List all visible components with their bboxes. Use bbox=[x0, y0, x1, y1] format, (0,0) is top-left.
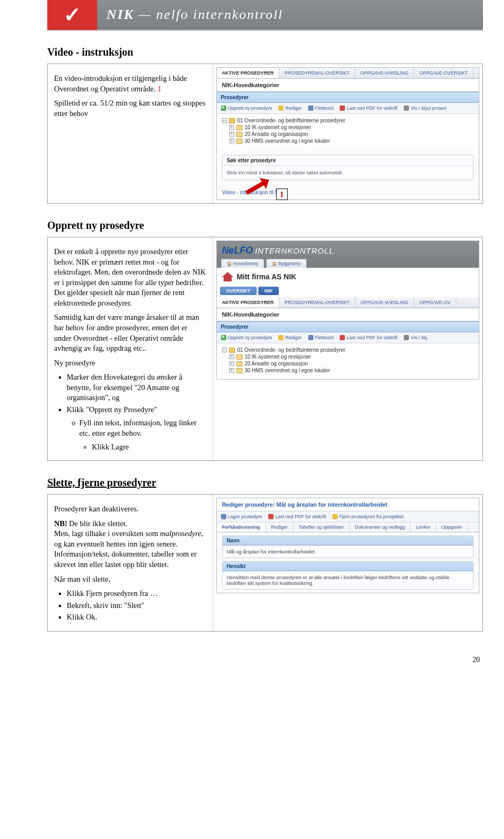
firma-name: Mitt firma AS NIK bbox=[237, 272, 297, 281]
tree-node-30[interactable]: +30 HMS overordnet og i egne lokaler bbox=[222, 138, 474, 144]
nelfo-text: NeLFO bbox=[222, 245, 253, 256]
section3-screenshot: Rediger prosedyre: Mål og årsplan for in… bbox=[213, 495, 482, 631]
panel-navn: Navn Mål og årsplan for internkontrollar… bbox=[222, 536, 474, 558]
app2-pill-tabs: OVERSIKT NIK bbox=[217, 285, 479, 297]
brand-nik: NIK bbox=[107, 7, 134, 22]
tab-oppgave-ov[interactable]: OPPGAVE-OV bbox=[414, 297, 456, 308]
tree-root[interactable]: –01 Overordnede- og bedriftsinterne pros… bbox=[222, 117, 474, 124]
edit-icon bbox=[278, 335, 284, 340]
app3-tabs: Forhåndsvisning Rediger Tabeller og sjek… bbox=[217, 522, 479, 532]
brand-text: NIK — nelfo internkontroll bbox=[97, 7, 283, 23]
edit-icon bbox=[278, 106, 284, 111]
tab-lenker[interactable]: Lenker bbox=[411, 522, 436, 532]
tree-node-20[interactable]: +20 Ansatte og organisasjon bbox=[222, 131, 474, 138]
expand-icon[interactable]: + bbox=[229, 361, 234, 366]
section1-text: En video-introduksjon er tilgjengelig i … bbox=[48, 64, 213, 203]
tree-node-10[interactable]: +10 IK-systemet og revisjoner bbox=[222, 124, 474, 131]
tab-oppgaver[interactable]: Oppgaver bbox=[436, 522, 468, 532]
app2-toolbar: Opprett ny prosedyre Rediger Fletteord L… bbox=[217, 332, 479, 343]
brand-subtitle: nelfo internkontroll bbox=[156, 7, 283, 22]
expand-icon[interactable]: + bbox=[229, 125, 234, 130]
tab-prosedyremal[interactable]: PROSEDYREMAL-OVERSIKT bbox=[279, 68, 355, 78]
section2-screenshot: NeLFO INTERNKONTROLL Hovedmeny Byggmeny … bbox=[213, 237, 482, 460]
btn-rediger[interactable]: Rediger bbox=[278, 335, 302, 340]
app1-tabs: AKTIVE PROSEDYRER PROSEDYREMAL-OVERSIKT … bbox=[217, 68, 479, 79]
tab-oppgave-oversikt[interactable]: OPPGAVE-OVERSIKT bbox=[414, 68, 474, 78]
tab-aktive-prosedyrer[interactable]: AKTIVE PROSEDYRER bbox=[217, 68, 280, 78]
panel-hensikt: Hensikt Hensikten med denne prosedyren e… bbox=[222, 561, 474, 590]
tab-prosedyremal[interactable]: PROSEDYREMAL-OVERSIKT bbox=[279, 297, 355, 308]
btn-vis-skjul[interactable]: Vis / skjul prosed bbox=[404, 106, 446, 111]
merge-icon bbox=[308, 335, 313, 340]
btn-pdf[interactable]: Last ned PDF for utskrift bbox=[340, 106, 397, 111]
expand-icon[interactable]: – bbox=[222, 118, 227, 123]
pill-oversikt[interactable]: OVERSIKT bbox=[220, 287, 257, 295]
section3-p1: Prosedyrer kan deaktiveres. bbox=[54, 504, 206, 515]
tab-aktive-prosedyrer[interactable]: AKTIVE PROSEDYRER bbox=[217, 297, 280, 308]
pill-nik[interactable]: NIK bbox=[258, 287, 279, 295]
section2-box: Det er enkelt å opprette nye prosedyrer … bbox=[47, 237, 483, 461]
panel-navn-body: Mål og årsplan for internkontrollarbeide… bbox=[223, 546, 473, 558]
malprosedyre-term: malprosedyre bbox=[160, 529, 202, 538]
section2-li1: Marker den Hovekategori du ønsker å beny… bbox=[67, 372, 206, 403]
tab-dokumenter[interactable]: Dokumenter og vedlegg bbox=[350, 522, 411, 532]
tab-forhandsvisning[interactable]: Forhåndsvisning bbox=[217, 522, 266, 532]
tree-node-30[interactable]: +30 HMS overordnet og i egne lokaler bbox=[222, 367, 474, 374]
section2-li2: Klikk "Opprett ny Prosedyre" Fyll inn te… bbox=[67, 405, 206, 452]
app3-title: Rediger prosedyre: Mål og årsplan for in… bbox=[217, 498, 479, 511]
app2-panel-prosedyrer: Prosedyrer bbox=[217, 321, 479, 332]
btn-new-prosedyre[interactable]: Opprett ny prosedyre bbox=[221, 106, 272, 111]
search-title: Søk etter prosedyre bbox=[223, 155, 473, 166]
section2-p3: Ny prosedyre bbox=[54, 358, 206, 369]
expand-icon[interactable]: + bbox=[229, 132, 234, 137]
folder-icon bbox=[236, 139, 243, 144]
tab-oppgave-varsling[interactable]: OPPGAVE-VARSLING bbox=[355, 297, 414, 308]
nelfo-logo: NeLFO INTERNKONTROLL bbox=[217, 243, 479, 257]
expand-icon[interactable]: + bbox=[229, 354, 234, 359]
tab-rediger[interactable]: Rediger bbox=[266, 522, 293, 532]
expand-icon[interactable]: + bbox=[229, 139, 234, 143]
expand-icon[interactable]: – bbox=[222, 348, 227, 352]
panel-hensikt-header: Hensikt bbox=[223, 562, 473, 571]
section2-p1: Det er enkelt å opprette nye prosedyrer … bbox=[54, 247, 206, 308]
section3-list: Klikk Fjern prosedyren fra … Bekreft, sk… bbox=[54, 589, 206, 623]
tree-root[interactable]: –01 Overordnede- og bedriftsinterne pros… bbox=[222, 347, 474, 353]
section1-box: En video-introduksjon er tilgjengelig i … bbox=[47, 64, 483, 204]
add-icon bbox=[221, 335, 226, 340]
section2-li2b: Klikk Lagre bbox=[92, 442, 206, 453]
btn-fjern[interactable]: Fjern prosedyren fra prosjektet bbox=[332, 514, 404, 519]
app2-header: NeLFO INTERNKONTROLL Hovedmeny Byggmeny bbox=[217, 241, 479, 268]
btn-fletteord[interactable]: Fletteord bbox=[308, 335, 334, 340]
btn-pdf[interactable]: Last ned PDF for utskrift bbox=[268, 514, 326, 519]
tree-node-20[interactable]: +20 Ansatte og organisasjon bbox=[222, 360, 474, 367]
eye-icon bbox=[404, 106, 409, 111]
tree-node-10[interactable]: +10 IK-systemet og revisjoner bbox=[222, 353, 474, 360]
remove-icon bbox=[332, 514, 338, 519]
pdf-icon bbox=[268, 514, 274, 519]
pdf-icon bbox=[340, 106, 345, 111]
btn-new-prosedyre[interactable]: Opprett ny prosedyre bbox=[221, 335, 272, 340]
firma-header: Mitt firma AS NIK bbox=[217, 268, 479, 285]
section1-screenshot: AKTIVE PROSEDYRER PROSEDYREMAL-OVERSIKT … bbox=[213, 64, 482, 203]
house-icon bbox=[222, 272, 234, 281]
btn-pdf[interactable]: Last ned PDF for utskrift bbox=[340, 335, 397, 340]
app2-menu: Hovedmeny Byggmeny bbox=[217, 257, 479, 268]
btn-fletteord[interactable]: Fletteord bbox=[308, 106, 334, 111]
callout-1: 1 bbox=[276, 188, 288, 200]
folder-icon bbox=[236, 368, 243, 373]
expand-icon[interactable]: + bbox=[229, 368, 234, 373]
menu-byggmeny[interactable]: Byggmeny bbox=[266, 259, 307, 268]
app3-toolbar: Lagre prosedyre Last ned PDF for utskrif… bbox=[217, 511, 479, 522]
app-mini-2: NeLFO INTERNKONTROLL Hovedmeny Byggmeny … bbox=[216, 240, 479, 380]
btn-rediger[interactable]: Rediger bbox=[278, 106, 302, 111]
section2-li2a: Fyll inn tekst, informasjon, legg linker… bbox=[79, 418, 206, 452]
folder-icon bbox=[236, 132, 243, 137]
tab-tabeller[interactable]: Tabeller og sjekklister bbox=[293, 522, 350, 532]
btn-vis-skjul[interactable]: Vis / skj. bbox=[404, 335, 428, 340]
folder-icon bbox=[236, 361, 243, 366]
btn-lagre[interactable]: Lagre prosedyre bbox=[221, 514, 262, 519]
merge-icon bbox=[308, 106, 313, 111]
tab-oppgave-varsling[interactable]: OPPGAVE-VARSLING bbox=[355, 68, 414, 78]
folder-icon bbox=[236, 125, 243, 130]
menu-hovedmeny[interactable]: Hovedmeny bbox=[221, 259, 264, 268]
